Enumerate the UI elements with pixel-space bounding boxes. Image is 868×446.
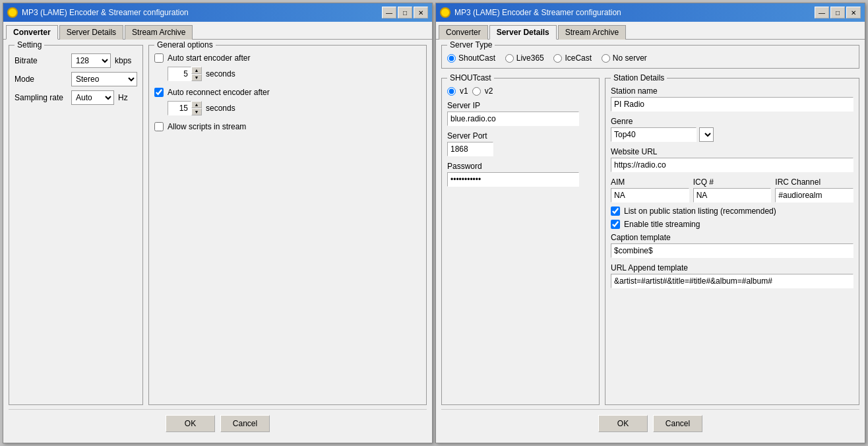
left-minimize-btn[interactable]: — xyxy=(382,7,396,18)
radio-icecast[interactable] xyxy=(553,54,562,63)
auto-reconnect-spinner: ▲ ▼ xyxy=(168,101,202,115)
right-app-icon xyxy=(440,7,450,18)
tab-server-details-left[interactable]: Server Details xyxy=(59,25,123,40)
right-button-row: OK Cancel xyxy=(441,409,859,437)
password-label: Password xyxy=(447,162,594,171)
irc-col: IRC Channel xyxy=(775,177,853,203)
station-details-group: Station Details Station name Genre Websi… xyxy=(605,78,859,405)
station-details-label: Station Details xyxy=(611,73,667,82)
radio-live365[interactable] xyxy=(505,54,514,63)
website-url-input[interactable] xyxy=(611,158,853,172)
allow-scripts-checkbox[interactable] xyxy=(154,122,164,131)
left-cancel-button[interactable]: Cancel xyxy=(220,415,270,432)
server-port-group: Server Port xyxy=(447,131,594,156)
auto-reconnect-section: Auto reconnect encoder after ▲ ▼ seconds xyxy=(154,88,421,115)
auto-start-up-btn[interactable]: ▲ xyxy=(191,67,202,74)
auto-reconnect-checkbox[interactable] xyxy=(154,88,164,97)
irc-input[interactable] xyxy=(775,188,853,203)
genre-dropdown[interactable] xyxy=(699,127,714,142)
aim-col: AIM xyxy=(611,177,689,203)
tab-converter-left[interactable]: Converter xyxy=(6,25,58,40)
aim-label: AIM xyxy=(611,177,689,187)
radio-no-server[interactable] xyxy=(602,54,610,63)
url-append-label: URL Append template xyxy=(611,263,853,272)
icq-col: ICQ # xyxy=(693,177,772,203)
right-title-bar: MP3 (LAME) Encoder & Streamer configurat… xyxy=(436,3,865,22)
live365-radio-label: Live365 xyxy=(516,53,544,63)
shoutcast-radio-label: ShoutCast xyxy=(458,53,495,63)
auto-start-spinner-btns: ▲ ▼ xyxy=(191,67,202,81)
auto-reconnect-seconds-row: ▲ ▼ seconds xyxy=(168,101,421,115)
server-port-input[interactable] xyxy=(447,142,493,156)
sampling-label: Sampling rate xyxy=(15,93,67,102)
auto-start-checkbox[interactable] xyxy=(154,53,164,63)
caption-template-input[interactable] xyxy=(611,243,853,258)
left-window-content: Setting Bitrate 128 64 96 160 192 256 32… xyxy=(3,40,432,443)
auto-start-label: Auto start encoder after xyxy=(168,53,250,63)
left-ok-button[interactable]: OK xyxy=(166,415,215,432)
public-listing-label: List on public station listing (recommen… xyxy=(624,207,776,216)
right-close-btn[interactable]: ✕ xyxy=(846,7,861,18)
tab-server-details-right[interactable]: Server Details xyxy=(489,25,557,40)
right-cancel-button[interactable]: Cancel xyxy=(653,415,702,432)
left-window: MP3 (LAME) Encoder & Streamer configurat… xyxy=(3,3,433,443)
genre-group: Genre xyxy=(611,117,853,142)
tab-converter-right[interactable]: Converter xyxy=(439,25,488,40)
server-ip-group: Server IP xyxy=(447,101,594,126)
station-name-input[interactable] xyxy=(611,97,853,112)
mode-select[interactable]: Stereo Joint Stereo Mono xyxy=(71,72,137,86)
server-type-label: Server Type xyxy=(447,40,495,49)
website-url-group: Website URL xyxy=(611,147,853,172)
left-maximize-btn[interactable]: □ xyxy=(398,7,412,18)
auto-start-down-btn[interactable]: ▼ xyxy=(191,74,202,81)
v1-label: v1 xyxy=(460,86,468,96)
auto-start-row: Auto start encoder after xyxy=(154,53,421,63)
password-group: Password xyxy=(447,162,594,187)
tab-stream-archive-right[interactable]: Stream Archive xyxy=(558,25,626,40)
caption-template-group: Caption template xyxy=(611,233,853,258)
server-port-label: Server Port xyxy=(447,131,594,141)
general-label: General options xyxy=(154,40,216,49)
website-url-label: Website URL xyxy=(611,147,853,156)
station-name-label: Station name xyxy=(611,86,853,96)
sampling-select[interactable]: Auto 22050 44100 48000 xyxy=(71,90,114,105)
auto-start-spinner: ▲ ▼ xyxy=(168,67,202,81)
left-window-controls: — □ ✕ xyxy=(382,7,428,18)
password-input[interactable] xyxy=(447,172,579,187)
auto-start-seconds-input[interactable] xyxy=(168,67,191,81)
left-title-bar: MP3 (LAME) Encoder & Streamer configurat… xyxy=(3,3,432,22)
right-window-title: MP3 (LAME) Encoder & Streamer configurat… xyxy=(454,8,811,17)
tab-stream-archive-left[interactable]: Stream Archive xyxy=(125,25,193,40)
genre-input[interactable] xyxy=(611,127,697,142)
public-listing-checkbox[interactable] xyxy=(611,207,620,216)
irc-label: IRC Channel xyxy=(775,177,853,187)
auto-reconnect-down-btn[interactable]: ▼ xyxy=(191,108,202,115)
right-maximize-btn[interactable]: □ xyxy=(830,7,845,18)
auto-reconnect-seconds-label: seconds xyxy=(206,104,235,113)
bitrate-unit: kbps xyxy=(115,56,131,65)
shoutcast-group: SHOUTcast v1 v2 Server IP Server Port P xyxy=(441,78,600,405)
right-window-content: Server Type ShoutCast Live365 IceCast No… xyxy=(436,40,865,443)
allow-scripts-section: Allow scripts in stream xyxy=(154,122,421,131)
radio-shoutcast[interactable] xyxy=(447,54,456,63)
allow-scripts-row: Allow scripts in stream xyxy=(154,122,421,131)
radio-v2[interactable] xyxy=(472,87,481,96)
bitrate-select[interactable]: 128 64 96 160 192 256 320 xyxy=(71,53,111,68)
server-type-group: Server Type ShoutCast Live365 IceCast No… xyxy=(441,45,859,69)
mode-label: Mode xyxy=(15,75,67,84)
auto-start-seconds-label: seconds xyxy=(206,69,235,79)
auto-reconnect-up-btn[interactable]: ▲ xyxy=(191,101,202,108)
right-ok-button[interactable]: OK xyxy=(598,415,648,432)
right-minimize-btn[interactable]: — xyxy=(815,7,829,18)
app-icon xyxy=(7,7,18,18)
auto-reconnect-seconds-input[interactable] xyxy=(168,101,191,115)
radio-v1[interactable] xyxy=(447,87,456,96)
icq-input[interactable] xyxy=(693,188,772,203)
enable-title-checkbox[interactable] xyxy=(611,220,620,229)
left-close-btn[interactable]: ✕ xyxy=(414,7,428,18)
icq-label: ICQ # xyxy=(693,177,772,187)
server-ip-input[interactable] xyxy=(447,112,579,126)
shoutcast-group-label: SHOUTcast xyxy=(447,73,494,82)
aim-input[interactable] xyxy=(611,188,689,203)
url-append-input[interactable] xyxy=(611,274,853,288)
